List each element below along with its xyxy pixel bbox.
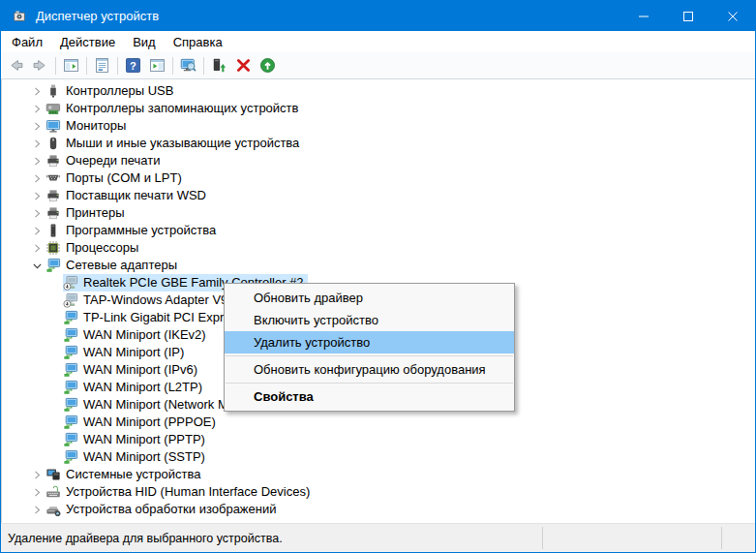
menu-view[interactable]: Вид — [124, 31, 165, 52]
tree-item-print-queues[interactable]: Очереди печати — [2, 152, 755, 169]
console-tree-icon — [63, 57, 79, 74]
menu-item-update-driver[interactable]: Обновить драйвер — [225, 287, 514, 309]
forward-icon — [32, 57, 48, 74]
help-button[interactable] — [121, 54, 145, 77]
chevron-right-icon[interactable] — [28, 117, 45, 135]
usb-icon — [45, 83, 61, 99]
printer-icon — [45, 153, 61, 169]
tree-item-imaging-devices[interactable]: Устройства обработки изображений — [2, 501, 755, 518]
menu-separator — [226, 383, 513, 384]
monitor-icon — [45, 118, 61, 134]
tree-item-wan-miniport-sstp[interactable]: WAN Miniport (SSTP) — [2, 448, 755, 466]
tree-item-monitors[interactable]: Мониторы — [2, 117, 755, 135]
properties-icon — [94, 57, 110, 74]
serial-port-icon — [45, 170, 61, 186]
tree-item-network-adapters[interactable]: Сетевые адаптеры — [2, 257, 755, 274]
menu-separator — [226, 355, 513, 356]
chevron-right-icon[interactable] — [28, 222, 45, 239]
show-action-pane-button[interactable] — [145, 54, 169, 77]
statusbar-separator — [721, 527, 722, 549]
chevron-right-icon[interactable] — [28, 501, 45, 518]
close-button[interactable] — [711, 1, 755, 31]
tree-item-ports[interactable]: Порты (COM и LPT) — [2, 169, 755, 187]
uninstall-icon — [235, 57, 252, 74]
chevron-right-icon[interactable] — [28, 466, 45, 483]
window-title: Диспетчер устройств — [36, 9, 159, 23]
action-pane-icon — [149, 57, 166, 74]
back-button[interactable] — [4, 54, 28, 77]
tree-item-wsd-print-provider[interactable]: Поставщик печати WSD — [2, 187, 755, 204]
menu-item-scan-hardware-changes[interactable]: Обновить конфигурацию оборудования — [225, 358, 514, 381]
chevron-right-icon[interactable] — [28, 483, 45, 501]
menu-item-enable-device[interactable]: Включить устройство — [225, 309, 514, 331]
tree-item-storage-controllers[interactable]: Контроллеры запоминающих устройств — [2, 100, 755, 117]
window-controls — [621, 1, 755, 31]
storage-controller-icon — [45, 101, 61, 116]
forward-button[interactable] — [28, 54, 52, 77]
network-adapter-icon — [63, 327, 78, 343]
network-adapter-icon — [63, 362, 78, 378]
menu-help[interactable]: Справка — [165, 31, 231, 52]
help-icon — [125, 57, 141, 74]
tree-item-wan-miniport-pppoe[interactable]: WAN Miniport (PPPOE) — [2, 414, 755, 431]
minimize-button[interactable] — [621, 1, 666, 31]
menu-item-uninstall-device[interactable]: Удалить устройство — [225, 331, 514, 353]
software-device-icon — [45, 223, 61, 238]
maximize-button[interactable] — [666, 1, 711, 31]
imaging-device-icon — [45, 502, 61, 517]
chevron-right-icon[interactable] — [28, 82, 45, 100]
network-adapter-icon — [63, 415, 78, 430]
chevron-right-icon[interactable] — [28, 152, 45, 169]
tree-item-processors[interactable]: Процессоры — [2, 239, 755, 257]
network-adapter-icon — [63, 380, 78, 395]
tree-item-mice[interactable]: Мыши и иные указывающие устройства — [2, 135, 755, 152]
maximize-icon — [683, 12, 693, 21]
menu-file[interactable]: Файл — [3, 31, 51, 52]
hid-icon — [45, 484, 61, 500]
statusbar-separator — [542, 527, 543, 549]
update-driver-icon — [211, 57, 227, 74]
chevron-right-icon[interactable] — [28, 187, 45, 204]
device-manager-icon — [12, 9, 27, 24]
status-text: Удаление драйвера для выбранного устройс… — [8, 532, 283, 545]
toolbar — [1, 52, 755, 79]
status-bar: Удаление драйвера для выбранного устройс… — [1, 523, 755, 552]
printer-icon — [45, 188, 61, 203]
network-adapter-icon — [45, 258, 61, 273]
network-adapter-disabled-icon — [63, 292, 78, 308]
chevron-right-icon[interactable] — [28, 135, 45, 152]
tree-item-hid-devices[interactable]: Устройства HID (Human Interface Devices) — [2, 483, 755, 501]
chevron-right-icon[interactable] — [28, 204, 45, 222]
printer-icon — [45, 205, 61, 221]
chevron-right-icon[interactable] — [28, 169, 45, 187]
tree-item-system-devices[interactable]: Системные устройства — [2, 466, 755, 483]
toolbar-separator — [117, 57, 118, 75]
device-manager-window: Диспетчер устройств Файл Действие Вид Сп… — [0, 0, 756, 553]
close-icon — [728, 12, 738, 21]
tree-item-wan-miniport-pptp[interactable]: WAN Miniport (PPTP) — [2, 431, 755, 448]
show-console-tree-button[interactable] — [59, 54, 83, 77]
menu-item-properties[interactable]: Свойства — [225, 385, 514, 408]
titlebar: Диспетчер устройств — [1, 1, 755, 31]
properties-button[interactable] — [90, 54, 114, 77]
minimize-icon — [639, 12, 649, 21]
scan-computer-button[interactable] — [176, 54, 200, 77]
chevron-down-icon[interactable] — [28, 257, 45, 274]
toolbar-separator — [203, 57, 204, 75]
toolbar-separator — [86, 57, 87, 75]
tree-item-software-devices[interactable]: Программные устройства — [2, 222, 755, 239]
chevron-right-icon[interactable] — [28, 239, 45, 257]
uninstall-device-button[interactable] — [231, 54, 256, 77]
chevron-right-icon[interactable] — [28, 100, 45, 117]
network-adapter-icon — [63, 345, 78, 360]
scan-hardware-changes-button[interactable] — [256, 54, 280, 77]
network-adapter-icon — [63, 449, 78, 465]
menu-action[interactable]: Действие — [51, 31, 124, 52]
device-context-menu: Обновить драйвер Включить устройство Уда… — [224, 283, 515, 412]
menu-bar: Файл Действие Вид Справка — [1, 31, 755, 52]
tree-item-printers[interactable]: Принтеры — [2, 204, 755, 222]
update-driver-button[interactable] — [207, 54, 231, 77]
tree-item-usb-controllers[interactable]: Контроллеры USB — [2, 82, 755, 100]
toolbar-separator — [172, 57, 173, 75]
network-adapter-icon — [63, 397, 78, 413]
